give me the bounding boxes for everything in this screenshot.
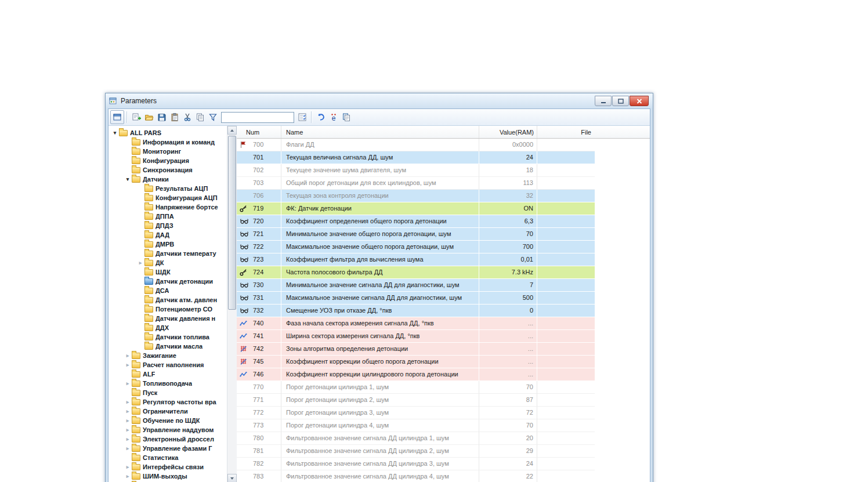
column-header-name[interactable]: Name bbox=[281, 126, 479, 138]
tree-item[interactable]: Информация и команд bbox=[108, 137, 227, 147]
filter-icon[interactable] bbox=[207, 111, 219, 124]
tree-collapsed-arrow-icon[interactable]: ▸ bbox=[124, 436, 132, 442]
table-row[interactable]: 724Частота полосового фильтра ДД7.3 kHz bbox=[237, 266, 650, 279]
tree-item[interactable]: ▸Интерфейсы связи bbox=[108, 462, 227, 472]
apply-filter-icon[interactable] bbox=[296, 111, 309, 124]
tree-item[interactable]: ШДК bbox=[108, 267, 227, 277]
tree-collapsed-arrow-icon[interactable]: ▸ bbox=[124, 353, 132, 358]
table-row[interactable]: 702Текущее значение шума двигателя, шум1… bbox=[237, 164, 650, 177]
cut-icon[interactable] bbox=[181, 111, 194, 124]
table-row[interactable]: 706Текущая зона контроля детонации32 bbox=[237, 190, 650, 202]
tree-item[interactable]: Датчики температу bbox=[108, 249, 227, 258]
tree-item[interactable]: Датчик давления н bbox=[108, 314, 227, 323]
table-row[interactable]: 730Минимальное значение сигнала ДД для д… bbox=[237, 279, 650, 292]
titlebar[interactable]: Parameters bbox=[106, 93, 653, 108]
tree-collapsed-arrow-icon[interactable]: ▸ bbox=[124, 399, 132, 405]
tree-item[interactable]: Статистика bbox=[108, 453, 227, 462]
table-row[interactable]: 732Смещение УОЗ при отказе ДД, °пкв0 bbox=[237, 305, 650, 317]
tree-item[interactable]: ▾Датчики bbox=[108, 175, 227, 184]
tree-item[interactable]: Результаты АЦП bbox=[108, 184, 227, 193]
tree-expanded-arrow-icon[interactable]: ▾ bbox=[111, 130, 119, 136]
tree-collapsed-arrow-icon[interactable]: ▸ bbox=[124, 445, 132, 451]
maximize-button[interactable] bbox=[612, 96, 629, 106]
table-row[interactable]: 773Порог детонации цилиндра 4, шум70 bbox=[237, 419, 650, 432]
scroll-down-button[interactable] bbox=[227, 474, 237, 482]
column-header-value[interactable]: Value(RAM) bbox=[479, 126, 537, 138]
add-parameter-icon[interactable] bbox=[130, 111, 143, 124]
tree-item[interactable]: ALF bbox=[108, 369, 227, 379]
tree-collapsed-arrow-icon[interactable]: ▸ bbox=[124, 464, 132, 470]
tree-item[interactable]: ▸Электронный дроссел bbox=[108, 434, 227, 444]
tree-item[interactable]: Датчики топлива bbox=[108, 332, 227, 342]
tree-item[interactable]: Потенциометр СО bbox=[108, 305, 227, 314]
tree-item[interactable]: ▸ДК bbox=[108, 258, 227, 267]
tree-item[interactable]: ▸Топливоподача bbox=[108, 379, 227, 388]
panel-toggle-icon[interactable] bbox=[110, 110, 124, 124]
tree-item[interactable]: Датчики масла bbox=[108, 342, 227, 351]
tree-item[interactable]: ДДХ bbox=[108, 323, 227, 332]
tree-item[interactable]: Конфигурация bbox=[108, 156, 227, 165]
tree-item[interactable]: ▸ШИМ-выходы bbox=[108, 472, 227, 481]
tree-collapsed-arrow-icon[interactable]: ▸ bbox=[124, 418, 132, 423]
table-row[interactable]: 783Фильтрованное значение сигнала ДД цил… bbox=[237, 470, 650, 482]
table-row[interactable]: 741Ширина сектора измерения сигнала ДД, … bbox=[237, 330, 650, 343]
table-row[interactable]: 745Коэффициент коррекции общего порога д… bbox=[237, 356, 650, 368]
tree-item[interactable]: ▸Ограничители bbox=[108, 407, 227, 416]
table-row[interactable]: 770Порог детонации цилиндра 1, шум70 bbox=[237, 381, 650, 394]
table-row[interactable]: 703Общий порог детонации для всех цилинд… bbox=[237, 177, 650, 190]
column-header-file[interactable]: File bbox=[537, 126, 595, 138]
undo-icon[interactable] bbox=[314, 111, 327, 124]
tree-collapsed-arrow-icon[interactable]: ▸ bbox=[124, 473, 132, 479]
tree-item[interactable]: ▸Расчет наполнения bbox=[108, 360, 227, 369]
minimize-button[interactable] bbox=[595, 96, 612, 106]
open-file-icon[interactable] bbox=[143, 111, 155, 124]
tree-item[interactable]: ▸Обучение по ШДК bbox=[108, 416, 227, 425]
table-row[interactable]: 771Порог детонации цилиндра 2, шум87 bbox=[237, 394, 650, 407]
table-row[interactable]: 781Фильтрованное значение сигнала ДД цил… bbox=[237, 445, 650, 458]
tree-collapsed-arrow-icon[interactable]: ▸ bbox=[124, 362, 132, 368]
tree-scrollbar[interactable] bbox=[227, 126, 237, 482]
tree-item[interactable]: ДСА bbox=[108, 286, 227, 295]
table-row[interactable]: 723Коэффициент фильтра для вычисления шу… bbox=[237, 253, 650, 266]
tree-item[interactable]: ▸Управление наддувом bbox=[108, 425, 227, 434]
table-row[interactable]: 722Максимальное значение общего порога д… bbox=[237, 241, 650, 253]
tree-item[interactable]: ▾ALL PARS bbox=[108, 128, 227, 137]
table-row[interactable]: 782Фильтрованное значение сигнала ДД цил… bbox=[237, 458, 650, 470]
table-row[interactable]: 721Минимальное значение общего порога де… bbox=[237, 228, 650, 241]
table-row[interactable]: 740Фаза начала сектора измерения сигнала… bbox=[237, 317, 650, 330]
letter-yo-icon[interactable]: e bbox=[327, 111, 340, 124]
close-button[interactable] bbox=[630, 96, 649, 106]
tree-item[interactable]: Датчик атм. давлен bbox=[108, 295, 227, 305]
copy-icon[interactable] bbox=[194, 111, 207, 124]
table-row[interactable]: 719ФК: Датчик детонацииON bbox=[237, 202, 650, 215]
table-row[interactable]: 742Зоны алгоритма определения детонации.… bbox=[237, 343, 650, 356]
tree-item[interactable]: ▸Зажигание bbox=[108, 351, 227, 360]
tree-item[interactable]: Мониторинг bbox=[108, 147, 227, 156]
tree-collapsed-arrow-icon[interactable]: ▸ bbox=[124, 380, 132, 386]
tree-collapsed-arrow-icon[interactable]: ▸ bbox=[124, 427, 132, 433]
tree-item[interactable]: ДАД bbox=[108, 230, 227, 240]
tree-item[interactable]: ▸Регулятор частоты вра bbox=[108, 397, 227, 407]
save-file-icon[interactable] bbox=[155, 111, 168, 124]
tree-expanded-arrow-icon[interactable]: ▾ bbox=[124, 176, 132, 182]
tree-collapsed-arrow-icon[interactable]: ▸ bbox=[136, 260, 144, 266]
table-row[interactable]: 700Флаги ДД0x0000 bbox=[237, 139, 650, 151]
column-header-num[interactable]: Num bbox=[237, 126, 281, 138]
tree-item[interactable]: ДПДЗ bbox=[108, 221, 227, 230]
table-row[interactable]: 746Коэффициент коррекции цилиндрового по… bbox=[237, 368, 650, 381]
tree-item[interactable]: Пуск bbox=[108, 388, 227, 397]
tree-item[interactable]: ДППА bbox=[108, 212, 227, 221]
table-row[interactable]: 772Порог детонации цилиндра 3, шум72 bbox=[237, 407, 650, 419]
table-row[interactable]: 731Максимальное значение сигнала ДД для … bbox=[237, 292, 650, 305]
tree-item[interactable]: ▸Управление фазами Г bbox=[108, 444, 227, 453]
tree-item[interactable]: Синхронизация bbox=[108, 165, 227, 175]
tree-item[interactable]: Напряжение бортсе bbox=[108, 202, 227, 212]
scroll-up-button[interactable] bbox=[227, 126, 237, 135]
tree-item[interactable]: Датчик детонации bbox=[108, 277, 227, 286]
table-row[interactable]: 780Фильтрованное значение сигнала ДД цил… bbox=[237, 432, 650, 445]
paste-icon[interactable] bbox=[168, 111, 181, 124]
scrollbar-thumb[interactable] bbox=[228, 136, 236, 310]
table-row[interactable]: 701Текущая величина сигнала ДД, шум24 bbox=[237, 151, 650, 164]
tree-item[interactable]: Конфигурация АЦП bbox=[108, 193, 227, 202]
tree-item[interactable]: ДМРВ bbox=[108, 240, 227, 249]
